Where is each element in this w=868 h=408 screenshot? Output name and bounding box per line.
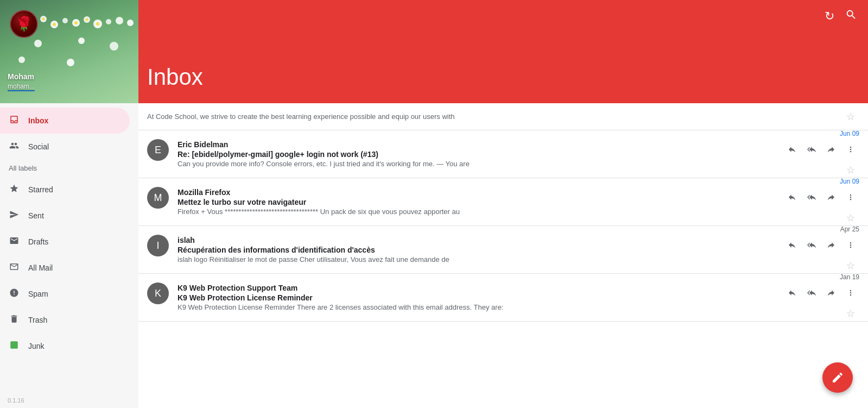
page-title: Inbox (147, 64, 203, 90)
svg-rect-21 (10, 341, 18, 349)
email-subject: Récupération des informations d'identifi… (178, 246, 777, 254)
star-icon (9, 184, 20, 196)
avatar-letter: I (156, 240, 159, 252)
svg-point-16 (42, 18, 45, 21)
email-subject: Re: [ebidel/polymer-gmail] google+ login… (178, 150, 777, 159)
version-label: 0.1.16 (8, 397, 24, 404)
sidebar-item-junk-label: Junk (28, 342, 121, 350)
email-preview: Can you provide more info? Console error… (178, 160, 777, 168)
email-date: Jan 19 (840, 273, 859, 281)
all-labels-header: All labels (0, 160, 138, 177)
forward-button[interactable] (822, 141, 840, 158)
reply-all-button[interactable] (803, 236, 820, 254)
svg-point-17 (53, 23, 56, 26)
partial-star-button[interactable]: ☆ (842, 108, 859, 125)
email-right: Apr 25 (777, 225, 859, 274)
star-button[interactable]: ☆ (842, 161, 859, 179)
svg-point-19 (86, 18, 88, 21)
email-content: Eric Bidelman Re: [ebidel/polymer-gmail]… (178, 134, 777, 174)
email-sender: Eric Bidelman (178, 140, 777, 149)
sidebar-item-all-mail[interactable]: All Mail (0, 255, 130, 281)
star-button[interactable]: ☆ (842, 209, 859, 227)
email-content: K9 Web Protection Support Team K9 Web Pr… (178, 277, 777, 318)
header-and-body: 🌹 Moham moham... Inbox (0, 0, 868, 408)
email-partial-row[interactable]: At Code School, we strive to create the … (138, 103, 868, 130)
email-actions (783, 189, 859, 206)
email-item[interactable]: E Eric Bidelman Re: [ebidel/polymer-gmai… (138, 130, 868, 178)
sidebar-item-junk[interactable]: Junk (0, 333, 130, 359)
sidebar-item-starred[interactable]: Starred (0, 177, 130, 203)
svg-point-3 (62, 18, 68, 23)
sidebar-item-trash[interactable]: Trash (0, 307, 130, 333)
reply-button[interactable] (783, 284, 801, 302)
email-avatar: I (147, 235, 169, 256)
email-item[interactable]: I islah Récupération des informations d'… (138, 226, 868, 274)
email-subject: K9 Web Protection License Reminder (178, 293, 777, 302)
refresh-icon[interactable]: ↻ (825, 9, 834, 23)
email-content: islah Récupération des informations d'id… (178, 229, 777, 270)
svg-point-9 (127, 20, 134, 26)
header-actions: ↻ (825, 9, 857, 24)
email-date: Jun 09 (840, 130, 859, 137)
email-avatar: M (147, 187, 169, 209)
app-wrapper: 🌹 Moham moham... Inbox (0, 0, 868, 408)
more-button[interactable] (842, 236, 859, 254)
svg-point-7 (106, 19, 111, 24)
avatar-letter: E (155, 145, 161, 156)
junk-icon (9, 340, 20, 353)
content-area: ↻ Inbox At Code School, we strive to cre… (138, 0, 868, 408)
inbox-icon (9, 115, 20, 127)
email-item[interactable]: M Mozilla Firefox Mettez le turbo sur vo… (138, 178, 868, 226)
sidebar-item-drafts[interactable]: Drafts (0, 229, 130, 255)
search-icon[interactable] (845, 9, 857, 24)
svg-point-20 (96, 22, 99, 26)
avatar-icon: 🌹 (15, 16, 33, 33)
profile-username: Moham moham... (8, 72, 35, 91)
more-button[interactable] (842, 141, 859, 158)
sidebar-item-sent[interactable]: Sent (0, 203, 130, 229)
email-list: At Code School, we strive to create the … (138, 103, 868, 408)
svg-point-14 (67, 59, 74, 66)
forward-button[interactable] (822, 284, 840, 302)
email-content: Mozilla Firefox Mettez le turbo sur votr… (178, 181, 777, 222)
sidebar-item-inbox[interactable]: Inbox (0, 108, 130, 134)
email-item[interactable]: K K9 Web Protection Support Team K9 Web … (138, 274, 868, 322)
sidebar-item-all-mail-label: All Mail (28, 263, 121, 272)
sidebar-item-spam[interactable]: Spam (0, 281, 130, 307)
sidebar-nav: Inbox Social (0, 103, 138, 160)
forward-button[interactable] (822, 236, 840, 254)
email-date: Apr 25 (840, 225, 859, 233)
forward-button[interactable] (822, 189, 840, 206)
star-button[interactable]: ☆ (842, 305, 859, 322)
send-icon (9, 210, 20, 222)
email-date: Jun 09 (840, 178, 859, 185)
email-right: Jan 19 (777, 273, 859, 322)
partial-email-actions: ☆ (842, 108, 859, 125)
sidebar-item-social[interactable]: Social (0, 134, 130, 160)
reply-all-button[interactable] (803, 189, 820, 206)
reply-button[interactable] (783, 189, 801, 206)
email-right: Jun 09 (777, 130, 859, 179)
email-sender: K9 Web Protection Support Team (178, 284, 777, 292)
email-sender: islah (178, 236, 777, 244)
email-preview: islah logo Réinitialiser le mot de passe… (178, 255, 777, 263)
more-button[interactable] (842, 284, 859, 302)
reply-all-button[interactable] (803, 141, 820, 158)
profile-area: 🌹 Moham moham... (0, 0, 138, 103)
avatar: 🌹 (10, 10, 38, 38)
email-preview: Firefox + Vous *************************… (178, 208, 777, 216)
avatar-letter: K (155, 288, 161, 299)
reply-all-button[interactable] (803, 284, 820, 302)
compose-fab[interactable] (822, 362, 853, 393)
reply-button[interactable] (783, 236, 801, 254)
email-preview: K9 Web Protection License Reminder There… (178, 303, 777, 311)
more-button[interactable] (842, 189, 859, 206)
star-button[interactable]: ☆ (842, 257, 859, 274)
sidebar-item-inbox-label: Inbox (28, 116, 121, 125)
sidebar-item-drafts-label: Drafts (28, 237, 121, 246)
sidebar-item-spam-label: Spam (28, 290, 121, 298)
email-avatar: E (147, 139, 169, 161)
email-subject: Mettez le turbo sur votre navigateur (178, 198, 777, 206)
sidebar-item-social-label: Social (28, 142, 121, 151)
reply-button[interactable] (783, 141, 801, 158)
